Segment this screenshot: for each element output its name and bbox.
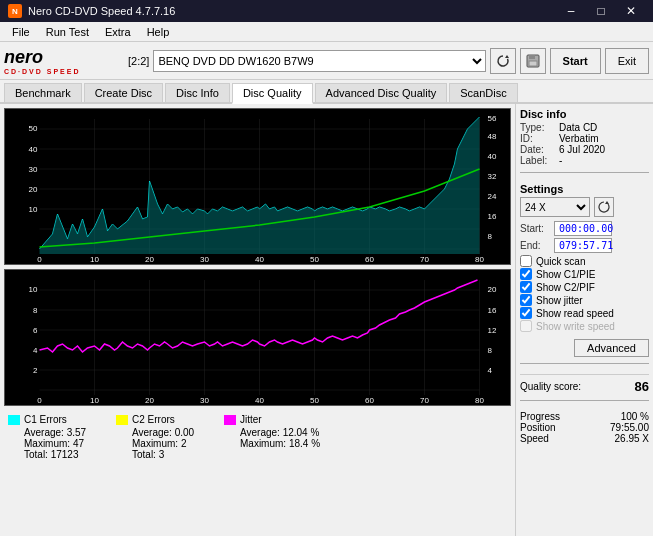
c1-total-value: 17123 [51,449,79,460]
toolbar: nero CD·DVD SPEED [2:2] BENQ DVD DD DW16… [0,42,653,80]
top-chart-svg: 50 40 30 20 10 56 48 40 32 24 16 8 0 10 … [5,109,510,264]
legend-c1-values: Average: 3.57 Maximum: 47 Total: 17123 [8,427,108,460]
close-button[interactable]: ✕ [617,0,645,22]
quickscan-label: Quick scan [536,256,585,267]
speed-select[interactable]: 8 X16 X24 X32 X40 X48 X52 X [520,197,590,217]
svg-text:4: 4 [33,346,38,355]
disc-type-value: Data CD [559,122,597,133]
legend-jitter-values: Average: 12.04 % Maximum: 18.4 % [224,427,324,449]
disc-info-section: Disc info Type: Data CD ID: Verbatim Dat… [520,108,649,166]
disc-id-row: ID: Verbatim [520,133,649,144]
jitter-avg-label: Average: [240,427,280,438]
showc1pie-checkbox[interactable] [520,268,532,280]
svg-text:70: 70 [420,255,429,264]
titlebar: N Nero CD-DVD Speed 4.7.7.16 – □ ✕ [0,0,653,22]
start-time-value: 000:00.00 [554,221,612,236]
minimize-button[interactable]: – [557,0,585,22]
progress-section: Progress 100 % Position 79:55.00 Speed 2… [520,411,649,444]
svg-rect-3 [529,61,537,66]
position-value: 79:55.00 [610,422,649,433]
c2-color-swatch [116,415,128,425]
disc-date-value: 6 Jul 2020 [559,144,605,155]
divider-1 [520,172,649,173]
menu-runtest[interactable]: Run Test [38,24,97,40]
svg-marker-0 [505,55,509,58]
chart-area: 50 40 30 20 10 56 48 40 32 24 16 8 0 10 … [0,104,515,536]
showwritespeed-checkbox [520,320,532,332]
svg-text:32: 32 [488,172,497,181]
tab-benchmark[interactable]: Benchmark [4,83,82,102]
speed-refresh-button[interactable] [594,197,614,217]
legend-jitter-header: Jitter [224,414,324,425]
position-row: Position 79:55.00 [520,422,649,433]
svg-text:20: 20 [29,185,38,194]
menu-extra[interactable]: Extra [97,24,139,40]
jitter-color-swatch [224,415,236,425]
showwritespeed-label: Show write speed [536,321,615,332]
svg-text:40: 40 [255,396,264,405]
app-logo: nero CD·DVD SPEED [4,47,124,75]
tab-createdisc[interactable]: Create Disc [84,83,163,102]
tab-scandisc[interactable]: ScanDisc [449,83,517,102]
svg-text:10: 10 [90,255,99,264]
titlebar-left: N Nero CD-DVD Speed 4.7.7.16 [8,4,175,18]
menu-help[interactable]: Help [139,24,178,40]
tab-advanceddiscquality[interactable]: Advanced Disc Quality [315,83,448,102]
legend-c2: C2 Errors Average: 0.00 Maximum: 2 Total… [116,414,216,460]
drive-selector-area: [2:2] BENQ DVD DD DW1620 B7W9 Start Exit [128,48,649,74]
c1-avg-label: Average: [24,427,64,438]
drive-select[interactable]: BENQ DVD DD DW1620 B7W9 [153,50,485,72]
svg-text:40: 40 [488,152,497,161]
save-icon-button[interactable] [520,48,546,74]
showc2pif-checkbox[interactable] [520,281,532,293]
refresh-icon-button[interactable] [490,48,516,74]
svg-text:2: 2 [33,366,38,375]
svg-text:0: 0 [37,255,42,264]
disc-label-label: Label: [520,155,555,166]
disc-info-title: Disc info [520,108,649,120]
disc-type-label: Type: [520,122,555,133]
quickscan-checkbox[interactable] [520,255,532,267]
svg-text:50: 50 [310,255,319,264]
svg-text:40: 40 [29,145,38,154]
c1-color-swatch [8,415,20,425]
right-panel: Disc info Type: Data CD ID: Verbatim Dat… [515,104,653,536]
legend-jitter: Jitter Average: 12.04 % Maximum: 18.4 % [224,414,324,460]
tab-discinfo[interactable]: Disc Info [165,83,230,102]
svg-text:80: 80 [475,255,484,264]
exit-button[interactable]: Exit [605,48,649,74]
end-time-row: End: 079:57.71 [520,238,649,253]
showjitter-checkbox[interactable] [520,294,532,306]
tab-discquality[interactable]: Disc Quality [232,83,313,104]
app-icon: N [8,4,22,18]
window-title: Nero CD-DVD Speed 4.7.7.16 [28,5,175,17]
advanced-button[interactable]: Advanced [574,339,649,357]
showreadspeed-checkbox[interactable] [520,307,532,319]
menu-file[interactable]: File [4,24,38,40]
svg-text:30: 30 [29,165,38,174]
checkbox-showjitter: Show jitter [520,294,649,306]
start-button[interactable]: Start [550,48,601,74]
disc-id-label: ID: [520,133,555,144]
showreadspeed-label: Show read speed [536,308,614,319]
bottom-chart-svg: 10 8 6 4 2 20 16 12 8 4 0 10 20 30 40 50… [5,270,510,405]
checkbox-showreadspeed: Show read speed [520,307,649,319]
c1-total-label: Total: [24,449,48,460]
svg-text:20: 20 [145,255,154,264]
legend-c1-label: C1 Errors [24,414,67,425]
advanced-btn-row: Advanced [520,337,649,357]
c2-total-label: Total: [132,449,156,460]
svg-text:60: 60 [365,396,374,405]
settings-section: Settings 8 X16 X24 X32 X40 X48 X52 X Sta… [520,183,649,333]
legend-jitter-label: Jitter [240,414,262,425]
svg-text:56: 56 [488,114,497,123]
start-time-row: Start: 000:00.00 [520,221,649,236]
maximize-button[interactable]: □ [587,0,615,22]
svg-text:24: 24 [488,192,497,201]
svg-text:0: 0 [37,396,42,405]
legend-c1: C1 Errors Average: 3.57 Maximum: 47 Tota… [8,414,108,460]
legend: C1 Errors Average: 3.57 Maximum: 47 Tota… [4,410,511,460]
settings-title: Settings [520,183,649,195]
svg-text:20: 20 [145,396,154,405]
svg-text:10: 10 [29,205,38,214]
